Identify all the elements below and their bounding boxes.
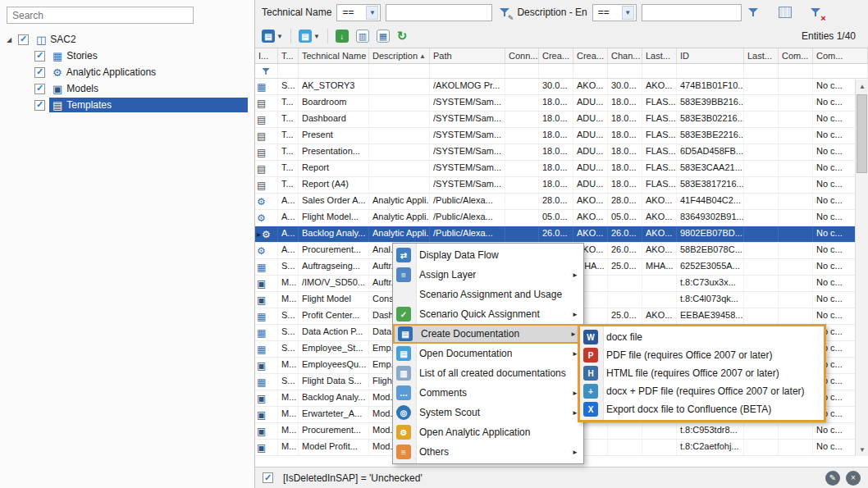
row-icon-cell: ▤	[255, 95, 278, 111]
column-header-last[interactable]: Last...	[642, 48, 677, 63]
edit-filter-expression-button[interactable]: ✎	[825, 471, 840, 486]
column-header-label: Path	[433, 51, 452, 61]
column-header-id[interactable]: ID	[677, 48, 744, 63]
submenu-item-pdf-file-requires-office-2007-or-later[interactable]: PPDF file (requires Office 2007 or later…	[580, 346, 824, 364]
column-header-conn[interactable]: Conn...	[505, 48, 539, 63]
column-header-technical-name[interactable]: Technical Name	[299, 48, 369, 63]
table-row[interactable]: ⚙A...Flight Model...Analytic Appli.../Pu…	[255, 210, 868, 226]
table-row[interactable]: ▤T...Presentation.../SYSTEM/Sam...18.0..…	[255, 144, 868, 161]
sidebar-item-stories[interactable]: ▦Stories	[0, 48, 253, 64]
column-header-last[interactable]: Last...	[744, 48, 779, 63]
table-row[interactable]: ▦S...AK_STORY3/AKOLMOG Pr...30.0...AKO..…	[255, 79, 868, 95]
column-filter-cell[interactable]	[539, 64, 573, 78]
table-row[interactable]: ▤T...Report (A4)/SYSTEM/Sam...18.0...ADU…	[255, 177, 868, 194]
cell	[369, 128, 430, 144]
checkbox[interactable]	[34, 100, 45, 111]
technical-name-filter-input[interactable]	[386, 4, 492, 21]
column-filter-cell[interactable]	[813, 64, 868, 78]
column-filter-cell[interactable]	[608, 64, 642, 78]
clear-filter-icon[interactable]: ×	[809, 5, 824, 20]
open-documentation-button[interactable]: ▤ ▼	[296, 27, 322, 45]
menu-item-display-data-flow[interactable]: ⇄Display Data Flow	[393, 245, 583, 265]
export-button[interactable]: ↓	[333, 27, 351, 45]
submenu-item-docx-pdf-file-requires-office-2007-or-later[interactable]: +docx + PDF file (requires Office 2007 o…	[580, 382, 824, 400]
scrollbar-thumb[interactable]	[857, 94, 867, 173]
column-header-t[interactable]: T...	[278, 48, 299, 63]
submenu-item-export-docx-file-to-confluence-beta[interactable]: XExport docx file to Confluence (BETA)	[580, 400, 824, 418]
menu-item-list-of-all-created-documentations[interactable]: ▥List of all created documentations	[393, 363, 583, 383]
scroll-up-icon[interactable]: ▲	[856, 80, 868, 93]
column-header-crea[interactable]: Crea...	[573, 48, 608, 63]
column-filter-cell[interactable]	[779, 64, 813, 78]
filter-active-checkbox[interactable]	[263, 472, 273, 483]
vertical-scrollbar[interactable]: ▲ ▼	[855, 80, 868, 456]
menu-item-open-analytic-application[interactable]: ⚙Open Analytic Application	[393, 422, 583, 442]
operator-select[interactable]: == ▼	[592, 4, 637, 21]
column-filter-cell[interactable]	[255, 64, 278, 78]
column-filter-cell[interactable]	[642, 64, 677, 78]
column-filter-cell[interactable]	[369, 64, 430, 78]
cell: 18.0...	[608, 128, 642, 144]
table-row[interactable]: ▤T...Present/SYSTEM/Sam...18.0...ADU...1…	[255, 128, 868, 144]
filter-icon[interactable]	[747, 5, 761, 20]
column-filter-cell[interactable]	[573, 64, 608, 78]
table-row[interactable]: ▤T...Dashboard/SYSTEM/Sam...18.0...ADU..…	[255, 112, 868, 128]
table-row[interactable]: ▤T...Boardroom/SYSTEM/Sam...18.0...ADU..…	[255, 95, 868, 112]
checkbox[interactable]	[34, 84, 45, 94]
scroll-down-icon[interactable]: ▼	[856, 443, 868, 456]
sidebar-item-analytic-applications[interactable]: ⚙Analytic Applications	[0, 64, 253, 80]
sidebar-item-templates[interactable]: ▤Templates	[0, 97, 253, 113]
checkbox[interactable]	[34, 51, 45, 62]
column-filter-cell[interactable]	[744, 64, 779, 78]
create-documentation-icon: ▤	[398, 326, 413, 341]
copy-list-button[interactable]: ▥	[354, 27, 372, 45]
column-header-crea[interactable]: Crea...	[539, 48, 573, 63]
menu-item-others[interactable]: ≡Others►	[393, 442, 583, 462]
cell	[369, 79, 430, 94]
clear-filter-expression-button[interactable]: ×	[846, 471, 861, 486]
menu-item-create-documentation[interactable]: ▤Create Documentation►	[393, 324, 583, 344]
menu-item-assign-layer[interactable]: ≡Assign Layer►	[393, 265, 583, 285]
refresh-button[interactable]: ↻	[395, 27, 410, 45]
sidebar-item-models[interactable]: ▣Models	[0, 80, 253, 97]
submenu-item-html-file-requires-office-2007-or-later[interactable]: HHTML file (requires Office 2007 or late…	[580, 364, 824, 382]
column-header-com[interactable]: Com...	[779, 48, 813, 63]
table-row[interactable]: ▸⚙A...Backlog Analy...Analytic Appli.../…	[255, 226, 868, 243]
row-icon-cell: ▤	[255, 177, 278, 193]
column-filter-cell[interactable]	[677, 64, 744, 78]
operator-select[interactable]: == ▼	[336, 4, 381, 21]
table-row[interactable]: ▤T...Report/SYSTEM/Sam...18.0...ADU...18…	[255, 161, 868, 177]
menu-item-scenario-assignment-and-usage[interactable]: Scenario Assignment and Usage	[393, 285, 583, 304]
column-filter-cell[interactable]	[430, 64, 505, 78]
cell	[608, 440, 642, 455]
column-header-label: T...	[281, 51, 294, 61]
column-header-description[interactable]: Description▲	[369, 48, 430, 63]
copy-table-button[interactable]: ▦	[374, 27, 392, 45]
cell: FLAS...	[642, 112, 677, 127]
edit-filter-icon[interactable]: ✎	[497, 5, 512, 20]
expander-icon[interactable]: ◢	[7, 36, 18, 43]
layout-icon[interactable]	[778, 5, 793, 20]
create-documentation-button[interactable]: ▤ ▼	[259, 27, 286, 45]
checkbox[interactable]	[34, 67, 45, 78]
menu-item-scenario-quick-assignment[interactable]: ✓Scenario Quick Assignment►	[393, 304, 583, 324]
column-header-i[interactable]: I...	[255, 48, 278, 63]
docx-file-icon: W	[583, 330, 598, 344]
column-header-chan[interactable]: Chan...	[608, 48, 642, 63]
description-filter-input[interactable]	[642, 4, 742, 21]
menu-item-system-scout[interactable]: ◎System Scout►	[393, 403, 583, 422]
menu-item-comments[interactable]: …Comments►	[393, 383, 583, 403]
column-filter-cell[interactable]	[278, 64, 299, 78]
sidebar-item-sac2[interactable]: ◢ ◫ SAC2	[0, 31, 253, 48]
column-filter-cell[interactable]	[505, 64, 539, 78]
column-header-path[interactable]: Path	[430, 48, 505, 63]
menu-item-open-documentation[interactable]: ▤Open Documentation►	[393, 344, 583, 363]
row-icon-cell: ▦	[255, 79, 278, 94]
checkbox[interactable]	[18, 34, 29, 45]
create-documentation-submenu: Wdocx filePPDF file (requires Office 200…	[578, 324, 826, 422]
table-row[interactable]: ⚙A...Sales Order A...Analytic Appli.../P…	[255, 194, 868, 210]
search-input[interactable]	[7, 7, 194, 24]
column-header-com[interactable]: Com...	[813, 48, 868, 63]
column-filter-cell[interactable]	[299, 64, 369, 78]
submenu-item-docx-file[interactable]: Wdocx file	[580, 328, 824, 346]
